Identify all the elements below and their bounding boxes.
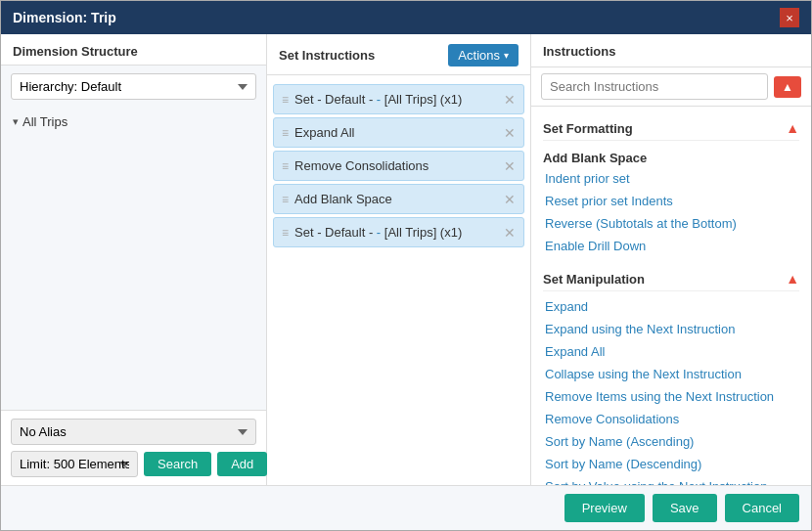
indent-prior-set-option[interactable]: Indent prior set [543, 167, 799, 190]
instructions-content: Set Formatting ▲ Add Blank Space Indent … [531, 107, 811, 485]
sort-by-name-asc-option[interactable]: Sort by Name (Ascending) [543, 430, 799, 453]
modal: Dimension: Trip × Dimension Structure Hi… [0, 0, 812, 531]
right-panel-header: Instructions [531, 34, 811, 67]
preview-button[interactable]: Preview [564, 494, 645, 522]
drag-handle-icon: ≡ [282, 159, 289, 173]
set-manipulation-section-header: Set Manipulation ▲ [543, 265, 799, 291]
middle-panel-header: Set Instructions Actions ▾ [267, 34, 530, 75]
expand-option[interactable]: Expand [543, 295, 799, 318]
set-instructions-label: Set Instructions [279, 48, 375, 63]
footer-row: Limit: 500 Elements Search Add [11, 451, 256, 477]
remove-button[interactable]: ✕ [504, 159, 516, 173]
left-panel-footer: No Alias Limit: 500 Elements Search Add [1, 410, 266, 485]
search-button[interactable]: Search [144, 452, 211, 476]
expand-all-option[interactable]: Expand All [543, 340, 799, 363]
remove-button[interactable]: ✕ [504, 126, 516, 140]
instruction-item-text: Add Blank Space [294, 192, 498, 206]
chevron-down-icon: ▾ [504, 50, 509, 61]
middle-panel: Set Instructions Actions ▾ ≡ Set - Defau… [267, 34, 531, 485]
search-row: ▲ [531, 67, 811, 107]
add-blank-space-subsection-label: Add Blank Space [543, 145, 799, 167]
reset-prior-set-indents-option[interactable]: Reset prior set Indents [543, 190, 799, 212]
set-manipulation-label: Set Manipulation [543, 272, 645, 287]
remove-button[interactable]: ✕ [504, 226, 516, 240]
instruction-item-text: Expand All [294, 125, 498, 140]
drag-handle-icon: ≡ [282, 93, 289, 107]
instruction-item[interactable]: ≡ Remove Consolidations ✕ [273, 151, 524, 181]
enable-drill-down-option[interactable]: Enable Drill Down [543, 235, 799, 257]
tree-area: ▾ All Trips [1, 108, 266, 410]
actions-button[interactable]: Actions ▾ [448, 44, 519, 66]
save-button[interactable]: Save [653, 494, 717, 522]
instruction-item-text: Set - Default - - [All Trips] (x1) [294, 92, 498, 107]
drag-handle-icon: ≡ [282, 226, 289, 240]
set-formatting-section-header: Set Formatting ▲ [543, 114, 799, 141]
sort-by-name-desc-option[interactable]: Sort by Name (Descending) [543, 453, 799, 475]
drag-handle-icon: ≡ [282, 126, 289, 140]
set-formatting-collapse-button[interactable]: ▲ [786, 120, 799, 136]
modal-footer: Preview Save Cancel [1, 485, 811, 530]
modal-title: Dimension: Trip [13, 10, 116, 25]
close-button[interactable]: × [780, 8, 799, 27]
cancel-button[interactable]: Cancel [725, 494, 799, 522]
tree-item-label: All Trips [23, 114, 68, 129]
modal-body: Dimension Structure Hierarchy: Default ▾… [1, 34, 811, 485]
remove-consolidations-option[interactable]: Remove Consolidations [543, 408, 799, 430]
instruction-item-text: Set - Default - - [All Trips] (x1) [294, 225, 498, 240]
instruction-item[interactable]: ≡ Set - Default - - [All Trips] (x1) ✕ [273, 84, 524, 114]
instruction-item[interactable]: ≡ Add Blank Space ✕ [273, 184, 524, 214]
tree-item-all-trips[interactable]: ▾ All Trips [13, 111, 254, 132]
expand-using-next-option[interactable]: Expand using the Next Instruction [543, 318, 799, 340]
sort-by-value-option[interactable]: Sort by Value using the Next Instruction [543, 475, 799, 485]
instruction-item[interactable]: ≡ Set - Default - - [All Trips] (x1) ✕ [273, 217, 524, 247]
actions-label: Actions [458, 48, 500, 63]
remove-items-using-next-option[interactable]: Remove Items using the Next Instruction [543, 385, 799, 408]
chevron-down-icon: ▾ [13, 115, 19, 128]
set-manipulation-collapse-button[interactable]: ▲ [786, 271, 799, 287]
search-up-button[interactable]: ▲ [774, 76, 801, 98]
drag-handle-icon: ≡ [282, 193, 289, 206]
search-instructions-input[interactable] [541, 73, 768, 100]
reverse-subtotals-option[interactable]: Reverse (Subtotals at the Bottom) [543, 212, 799, 235]
remove-button[interactable]: ✕ [504, 193, 516, 206]
add-button[interactable]: Add [217, 452, 267, 476]
instructions-label: Instructions [543, 44, 615, 59]
collapse-using-next-option[interactable]: Collapse using the Next Instruction [543, 363, 799, 385]
left-panel-header: Dimension Structure [1, 34, 266, 66]
left-panel: Dimension Structure Hierarchy: Default ▾… [1, 34, 267, 485]
right-panel: Instructions ▲ Set Formatting ▲ Add Blan… [531, 34, 811, 485]
instruction-list: ≡ Set - Default - - [All Trips] (x1) ✕ ≡… [267, 75, 530, 485]
limit-select[interactable]: Limit: 500 Elements [11, 451, 138, 477]
modal-header: Dimension: Trip × [1, 1, 811, 34]
set-formatting-label: Set Formatting [543, 121, 633, 136]
instruction-item[interactable]: ≡ Expand All ✕ [273, 117, 524, 148]
instruction-item-text: Remove Consolidations [294, 158, 498, 173]
remove-button[interactable]: ✕ [504, 93, 516, 107]
alias-select[interactable]: No Alias [11, 419, 256, 445]
hierarchy-select[interactable]: Hierarchy: Default [11, 73, 256, 100]
